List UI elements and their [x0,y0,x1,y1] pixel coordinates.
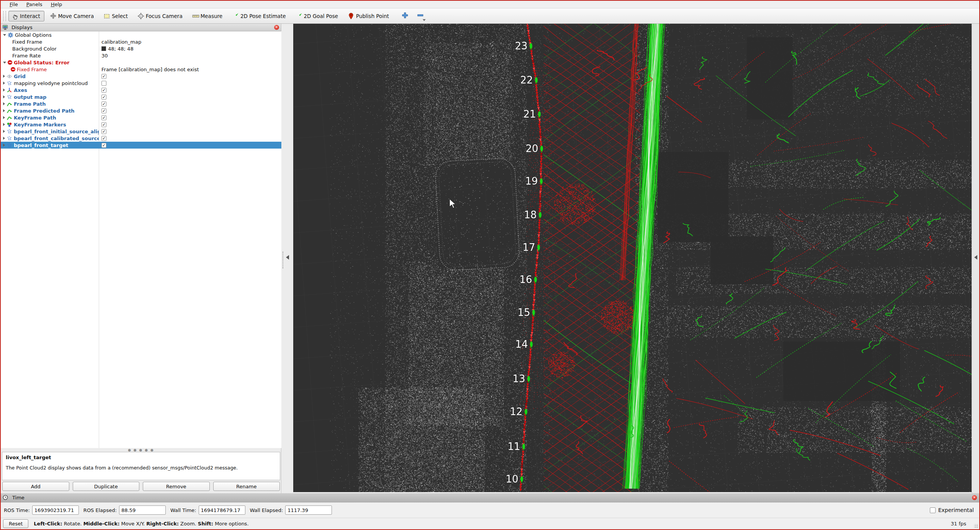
display-row-Axes[interactable]: Axes✓ [1,87,281,93]
fps-counter: 31 fps [951,521,966,527]
publish-point-pin-icon [348,13,354,20]
expander-closed-icon[interactable] [3,82,5,85]
expander-closed-icon[interactable] [3,75,5,78]
display-row-Frame-Predicted-Path[interactable]: Frame Predicted Path✓ [1,107,281,114]
time-panel-header[interactable]: Time ✕ [1,493,979,502]
property-value[interactable]: calibration_map [101,39,141,45]
time-close-button[interactable]: ✕ [972,495,977,501]
checkbox-checked[interactable]: ✓ [101,108,106,113]
resize-grip[interactable] [974,524,978,528]
display-row-Grid[interactable]: Grid✓ [1,73,281,80]
collapse-right-panel-icon[interactable] [974,255,977,260]
tree-item-label: Background Color [12,46,57,52]
rename-button[interactable]: Rename [213,482,280,491]
menu-help[interactable]: Help [47,1,66,8]
expander-closed-icon[interactable] [3,116,5,119]
tree-row-global-options[interactable]: Global Options [1,31,281,38]
wall-elapsed-input[interactable] [285,505,332,515]
ros-elapsed-input[interactable] [119,505,166,515]
tool-publish-point[interactable]: Publish Point [345,11,393,21]
duplicate-button[interactable]: Duplicate [73,482,140,491]
3d-viewport[interactable]: 2322212019181716151413121110 [293,24,972,492]
expander-closed-icon[interactable] [3,130,5,133]
expander-closed-icon[interactable] [3,109,5,112]
toolbar-drag-grip[interactable] [3,11,6,21]
ros-time-input[interactable] [32,505,79,515]
experimental-checkbox[interactable] [930,507,936,513]
markers-icon [7,122,12,128]
tool-interact[interactable]: Interact [8,11,44,21]
property-value[interactable]: 30 [101,53,108,59]
expander-closed-icon[interactable] [3,102,5,105]
property-value[interactable]: 48; 48; 48 [108,46,134,52]
display-row-bpearl_front_calibrated_source_aligned[interactable]: bpearl_front_calibrated_source_aligned✓ [1,135,281,142]
tree-row-fixed-frame[interactable]: Fixed FrameFrame [calibration_map] does … [1,66,281,73]
help-key: Shift: [198,521,213,527]
expander-closed-icon[interactable] [3,95,5,98]
display-row-bpearl_front_target[interactable]: bpearl_front_target✓ [1,142,281,149]
wall-time-input[interactable] [199,505,245,515]
reset-button[interactable]: Reset [3,519,28,528]
remove-button[interactable]: Remove [143,482,210,491]
checkbox-checked[interactable]: ✓ [101,95,106,100]
tree-row-background-color[interactable]: Background Color48; 48; 48 [1,45,281,52]
tree-name-cell: Global Status: Error [1,59,99,66]
checkbox-checked[interactable]: ✓ [101,143,106,148]
pointcloud-render[interactable] [293,24,972,492]
tree-item-label: bpearl_front_target [14,142,68,148]
tool-2d-goal-pose[interactable]: 2D Goal Pose [292,11,343,21]
menu-panels[interactable]: Panels [23,1,46,8]
select-box-icon [103,13,110,20]
tree-row-fixed-frame[interactable]: Fixed Framecalibration_map [1,38,281,45]
expander-open-icon[interactable] [3,62,6,64]
property-value[interactable]: Frame [calibration_map] does not exist [101,67,199,72]
time-panel-title: Time [12,495,24,501]
pose-estimate-arrow-icon [232,13,239,20]
tool-focus-camera[interactable]: Focus Camera [134,11,187,21]
expander-closed-icon[interactable] [3,88,5,92]
remove-tool-button[interactable] [415,11,426,21]
axes-icon [7,87,12,93]
time-field-label: ROS Elapsed: [83,507,117,513]
display-row-output-map[interactable]: output map✓ [1,93,281,100]
displays-close-button[interactable]: ✕ [274,25,279,30]
tool-measure[interactable]: Measure [189,11,227,21]
checkbox-checked[interactable]: ✓ [101,129,106,134]
checkbox-checked[interactable]: ✓ [101,74,106,79]
tool-label: 2D Pose Estimate [240,13,286,19]
tool-2d-pose-estimate[interactable]: 2D Pose Estimate [229,11,290,21]
collapse-left-panel-icon[interactable] [286,255,289,260]
menu-file[interactable]: File [6,1,21,8]
tool-select[interactable]: Select [100,11,132,21]
display-row-KeyFrame-Path[interactable]: KeyFrame Path✓ [1,114,281,121]
expander-open-icon[interactable] [3,34,6,36]
checkbox-checked[interactable]: ✓ [101,101,106,106]
color-swatch [101,46,106,51]
right-dock-handle[interactable] [972,24,979,493]
checkbox-checked[interactable]: ✓ [101,136,106,141]
displays-panel-header[interactable]: Displays ✕ [1,24,281,31]
tool-move-camera[interactable]: Move Camera [47,11,98,21]
checkbox-unchecked[interactable] [101,81,106,86]
tool-label: Publish Point [356,13,389,19]
expander-closed-icon[interactable] [3,123,5,126]
display-row-Frame-Path[interactable]: Frame Path✓ [1,100,281,107]
display-row-mapping-velodyne-pointcloud[interactable]: mapping velodyne pointcloud [1,80,281,87]
tree-name-cell: output map [1,93,99,100]
display-row-KeyFrame-Markers[interactable]: KeyFrame Markers✓ [1,121,281,128]
tree-row-global-status-error[interactable]: Global Status: Error [1,59,281,66]
add-button[interactable]: Add [2,482,69,491]
tree-name-cell: bpearl_front_initial_source_aligned [1,128,99,135]
display-row-bpearl_front_initial_source_aligned[interactable]: bpearl_front_initial_source_aligned✓ [1,128,281,135]
checkbox-checked[interactable]: ✓ [101,122,106,127]
tree-row-frame-rate[interactable]: Frame Rate30 [1,52,281,59]
expander-closed-icon[interactable] [3,144,5,147]
tree-value-cell: ✓ [99,121,106,128]
description-splitter-handle[interactable]: ● ● ● ● ● [1,448,281,452]
expander-closed-icon[interactable] [3,137,5,140]
left-dock-splitter[interactable] [281,24,293,493]
checkbox-checked[interactable]: ✓ [101,115,106,120]
checkbox-checked[interactable]: ✓ [101,88,106,93]
add-tool-button[interactable] [399,11,411,21]
keyframe-label: 18 [516,209,537,221]
